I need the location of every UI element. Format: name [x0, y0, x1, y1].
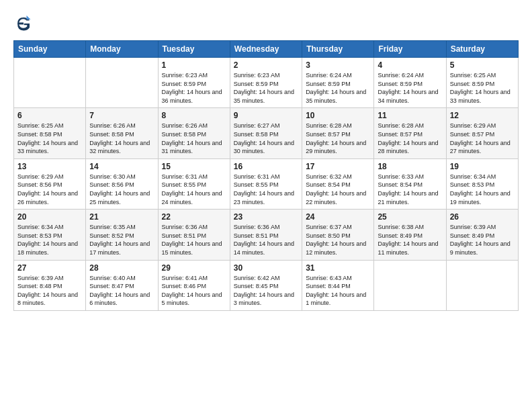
- calendar-header-row: SundayMondayTuesdayWednesdayThursdayFrid…: [14, 41, 519, 58]
- calendar-cell: 24Sunrise: 6:37 AMSunset: 8:50 PMDayligh…: [302, 210, 374, 260]
- logo: [13, 13, 36, 34]
- calendar-cell: 29Sunrise: 6:41 AMSunset: 8:46 PMDayligh…: [158, 260, 230, 310]
- calendar-cell: 30Sunrise: 6:42 AMSunset: 8:45 PMDayligh…: [230, 260, 302, 310]
- calendar-cell: 16Sunrise: 6:31 AMSunset: 8:55 PMDayligh…: [230, 158, 302, 209]
- day-number: 7: [89, 111, 154, 120]
- day-number: 8: [162, 111, 226, 120]
- day-number: 30: [234, 263, 298, 273]
- day-details: Sunrise: 6:33 AMSunset: 8:54 PMDaylight:…: [378, 173, 442, 206]
- calendar-cell: 12Sunrise: 6:29 AMSunset: 8:57 PMDayligh…: [446, 108, 518, 158]
- day-number: 10: [306, 111, 370, 120]
- day-number: 11: [378, 111, 442, 120]
- day-number: 20: [17, 212, 82, 222]
- day-number: 22: [162, 212, 226, 222]
- day-details: Sunrise: 6:34 AMSunset: 8:53 PMDaylight:…: [450, 173, 515, 206]
- day-number: 6: [17, 111, 82, 120]
- calendar-week-row: 27Sunrise: 6:39 AMSunset: 8:48 PMDayligh…: [14, 260, 519, 310]
- calendar-cell: 22Sunrise: 6:36 AMSunset: 8:51 PMDayligh…: [158, 210, 230, 260]
- day-details: Sunrise: 6:26 AMSunset: 8:58 PMDaylight:…: [89, 122, 154, 155]
- day-number: 12: [450, 111, 515, 120]
- calendar-cell: [446, 260, 518, 310]
- calendar-week-row: 13Sunrise: 6:29 AMSunset: 8:56 PMDayligh…: [14, 158, 519, 209]
- calendar-cell: 9Sunrise: 6:27 AMSunset: 8:58 PMDaylight…: [230, 108, 302, 158]
- calendar-cell: 10Sunrise: 6:28 AMSunset: 8:57 PMDayligh…: [302, 108, 374, 158]
- weekday-header: Thursday: [302, 41, 374, 58]
- calendar-week-row: 20Sunrise: 6:34 AMSunset: 8:53 PMDayligh…: [14, 210, 519, 260]
- day-details: Sunrise: 6:42 AMSunset: 8:45 PMDaylight:…: [234, 274, 298, 308]
- day-details: Sunrise: 6:39 AMSunset: 8:48 PMDaylight:…: [17, 274, 82, 308]
- day-details: Sunrise: 6:36 AMSunset: 8:51 PMDaylight:…: [162, 223, 226, 257]
- logo-icon: [13, 13, 34, 34]
- day-number: 23: [234, 212, 298, 222]
- day-number: 16: [234, 162, 298, 171]
- day-details: Sunrise: 6:38 AMSunset: 8:49 PMDaylight:…: [378, 223, 442, 257]
- day-number: 19: [450, 162, 515, 171]
- day-details: Sunrise: 6:39 AMSunset: 8:49 PMDaylight:…: [450, 223, 515, 257]
- day-number: 14: [89, 162, 154, 171]
- day-number: 24: [306, 212, 370, 222]
- calendar-cell: 20Sunrise: 6:34 AMSunset: 8:53 PMDayligh…: [14, 210, 86, 260]
- calendar-cell: 6Sunrise: 6:25 AMSunset: 8:58 PMDaylight…: [14, 108, 86, 158]
- calendar-cell: 21Sunrise: 6:35 AMSunset: 8:52 PMDayligh…: [86, 210, 158, 260]
- day-number: 5: [450, 60, 515, 70]
- day-number: 17: [306, 162, 370, 171]
- day-details: Sunrise: 6:26 AMSunset: 8:58 PMDaylight:…: [162, 122, 226, 155]
- day-details: Sunrise: 6:43 AMSunset: 8:44 PMDaylight:…: [306, 274, 370, 308]
- calendar-cell: [86, 58, 158, 108]
- day-details: Sunrise: 6:29 AMSunset: 8:57 PMDaylight:…: [450, 122, 515, 155]
- calendar-cell: 26Sunrise: 6:39 AMSunset: 8:49 PMDayligh…: [446, 210, 518, 260]
- calendar-cell: 17Sunrise: 6:32 AMSunset: 8:54 PMDayligh…: [302, 158, 374, 209]
- calendar-cell: 28Sunrise: 6:40 AMSunset: 8:47 PMDayligh…: [86, 260, 158, 310]
- day-number: 28: [89, 263, 154, 273]
- calendar-cell: 15Sunrise: 6:31 AMSunset: 8:55 PMDayligh…: [158, 158, 230, 209]
- calendar-cell: 5Sunrise: 6:25 AMSunset: 8:59 PMDaylight…: [446, 58, 518, 108]
- day-number: 1: [162, 60, 226, 70]
- day-number: 9: [234, 111, 298, 120]
- day-number: 18: [378, 162, 442, 171]
- calendar-cell: 4Sunrise: 6:24 AMSunset: 8:59 PMDaylight…: [374, 58, 446, 108]
- weekday-header: Friday: [374, 41, 446, 58]
- day-details: Sunrise: 6:31 AMSunset: 8:55 PMDaylight:…: [234, 173, 298, 206]
- calendar-cell: 7Sunrise: 6:26 AMSunset: 8:58 PMDaylight…: [86, 108, 158, 158]
- day-details: Sunrise: 6:31 AMSunset: 8:55 PMDaylight:…: [162, 173, 226, 206]
- weekday-header: Saturday: [446, 41, 518, 58]
- calendar-cell: 25Sunrise: 6:38 AMSunset: 8:49 PMDayligh…: [374, 210, 446, 260]
- calendar-cell: 3Sunrise: 6:24 AMSunset: 8:59 PMDaylight…: [302, 58, 374, 108]
- calendar-week-row: 6Sunrise: 6:25 AMSunset: 8:58 PMDaylight…: [14, 108, 519, 158]
- day-details: Sunrise: 6:28 AMSunset: 8:57 PMDaylight:…: [306, 122, 370, 155]
- calendar-cell: 13Sunrise: 6:29 AMSunset: 8:56 PMDayligh…: [14, 158, 86, 209]
- calendar-cell: 8Sunrise: 6:26 AMSunset: 8:58 PMDaylight…: [158, 108, 230, 158]
- calendar-cell: 2Sunrise: 6:23 AMSunset: 8:59 PMDaylight…: [230, 58, 302, 108]
- weekday-header: Sunday: [14, 41, 86, 58]
- day-number: 4: [378, 60, 442, 70]
- day-details: Sunrise: 6:37 AMSunset: 8:50 PMDaylight:…: [306, 223, 370, 257]
- day-number: 15: [162, 162, 226, 171]
- day-details: Sunrise: 6:28 AMSunset: 8:57 PMDaylight:…: [378, 122, 442, 155]
- day-details: Sunrise: 6:29 AMSunset: 8:56 PMDaylight:…: [17, 173, 82, 206]
- day-details: Sunrise: 6:23 AMSunset: 8:59 PMDaylight:…: [162, 71, 226, 105]
- day-number: 25: [378, 212, 442, 222]
- calendar-cell: [14, 58, 86, 108]
- calendar-cell: 18Sunrise: 6:33 AMSunset: 8:54 PMDayligh…: [374, 158, 446, 209]
- day-number: 2: [234, 60, 298, 70]
- day-details: Sunrise: 6:24 AMSunset: 8:59 PMDaylight:…: [306, 71, 370, 105]
- weekday-header: Tuesday: [158, 41, 230, 58]
- day-details: Sunrise: 6:25 AMSunset: 8:58 PMDaylight:…: [17, 122, 82, 155]
- calendar-cell: 27Sunrise: 6:39 AMSunset: 8:48 PMDayligh…: [14, 260, 86, 310]
- day-details: Sunrise: 6:24 AMSunset: 8:59 PMDaylight:…: [378, 71, 442, 105]
- day-details: Sunrise: 6:23 AMSunset: 8:59 PMDaylight:…: [234, 71, 298, 105]
- day-number: 13: [17, 162, 82, 171]
- day-number: 26: [450, 212, 515, 222]
- calendar-cell: 14Sunrise: 6:30 AMSunset: 8:56 PMDayligh…: [86, 158, 158, 209]
- day-details: Sunrise: 6:41 AMSunset: 8:46 PMDaylight:…: [162, 274, 226, 308]
- weekday-header: Wednesday: [230, 41, 302, 58]
- day-details: Sunrise: 6:32 AMSunset: 8:54 PMDaylight:…: [306, 173, 370, 206]
- calendar-cell: 1Sunrise: 6:23 AMSunset: 8:59 PMDaylight…: [158, 58, 230, 108]
- calendar-body: 1Sunrise: 6:23 AMSunset: 8:59 PMDaylight…: [14, 58, 519, 311]
- day-details: Sunrise: 6:35 AMSunset: 8:52 PMDaylight:…: [89, 223, 154, 257]
- calendar-cell: [374, 260, 446, 310]
- day-details: Sunrise: 6:27 AMSunset: 8:58 PMDaylight:…: [234, 122, 298, 155]
- day-number: 3: [306, 60, 370, 70]
- calendar-cell: 11Sunrise: 6:28 AMSunset: 8:57 PMDayligh…: [374, 108, 446, 158]
- calendar-table: SundayMondayTuesdayWednesdayThursdayFrid…: [13, 40, 519, 311]
